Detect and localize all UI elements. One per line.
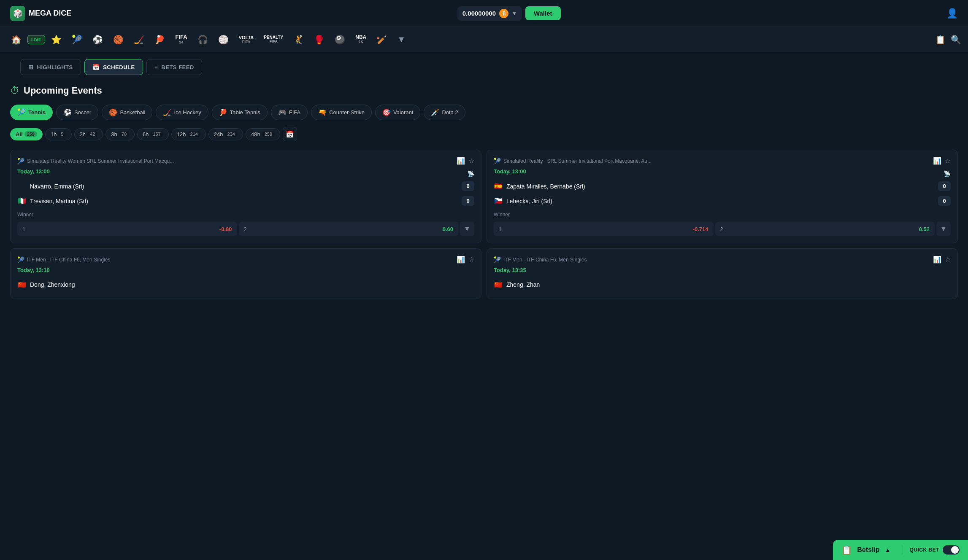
odds-btn-2-1[interactable]: 1 -0.714 xyxy=(494,222,714,236)
sport-filter-basketball[interactable]: 🏀 Basketball xyxy=(102,105,152,120)
betslip-bar[interactable]: 📋 Betslip ▲ QUICK BET xyxy=(833,540,968,560)
odds-val-2-2: 0.52 xyxy=(919,226,930,232)
nav-more[interactable]: ▼ xyxy=(393,31,410,48)
nav-favorites[interactable]: ⭐ xyxy=(47,31,66,48)
nav-nba2k[interactable]: NBA 2K xyxy=(351,31,370,48)
odds-team-1: 1 xyxy=(22,226,25,232)
tab-schedule[interactable]: 📅 SCHEDULE xyxy=(84,59,143,75)
sport-filter-ice-hockey[interactable]: 🏒 Ice Hockey xyxy=(156,105,208,120)
chart-icon-1[interactable]: 📊 xyxy=(457,157,465,165)
time-filter-1h[interactable]: 1h 5 xyxy=(45,128,72,140)
star-icon-4[interactable]: ☆ xyxy=(945,256,951,264)
odds-more-1[interactable]: ▼ xyxy=(460,222,474,236)
event-card-3: 🎾 ITF Men · ITF China F6, Men Singles 📊 … xyxy=(10,248,481,299)
nav-soccer[interactable]: ⚽ xyxy=(88,31,107,48)
team-info-2-1: 🇪🇸 Zapata Miralles, Bernabe (Srl) xyxy=(494,182,585,191)
sport-filter-counter-strike[interactable]: 🔫 Counter-Strike xyxy=(311,105,372,120)
score-2-2: 0 xyxy=(938,196,951,206)
team-info-2-2: 🇨🇿 Lehecka, Jiri (Srl) xyxy=(494,197,552,206)
nav-fifa24[interactable]: FIFA 24 xyxy=(171,31,191,48)
upcoming-icon: ⏱ xyxy=(10,85,19,96)
team-flag-4-1: 🇨🇳 xyxy=(494,280,503,289)
main-content: ⊞ HIGHLIGHTS 📅 SCHEDULE ≡ BETS FEED ⏱ Up… xyxy=(0,52,968,309)
event-league-1: Simulated Reality Women SRL Summer Invit… xyxy=(27,158,174,164)
sport-icon-4: 🎾 xyxy=(494,256,501,263)
time-filter-48h[interactable]: 48h 259 xyxy=(246,128,280,140)
nav-esports[interactable]: 🎧 xyxy=(193,31,212,48)
nav-cricket[interactable]: 🏏 xyxy=(372,31,391,48)
sport-filter-valorant[interactable]: 🎯 Valorant xyxy=(375,105,420,120)
score-2-1: 0 xyxy=(938,181,951,191)
nav-hockey[interactable]: 🏒 xyxy=(130,31,149,48)
team-name-2-1: Zapata Miralles, Bernabe (Srl) xyxy=(506,183,585,190)
team-info-1-2: 🇮🇹 Trevisan, Martina (Srl) xyxy=(17,197,88,206)
odds-btn-1-1[interactable]: 1 -0.80 xyxy=(17,222,237,236)
team-row-1-1: Navarro, Emma (Srl) 0 xyxy=(17,179,474,194)
odds-row-2: 1 -0.714 2 0.52 ▼ xyxy=(494,222,951,236)
user-icon[interactable]: 👤 xyxy=(946,8,958,19)
team-flag-2-1: 🇪🇸 xyxy=(494,182,503,191)
time-filter-3h[interactable]: 3h 70 xyxy=(105,128,135,140)
odds-more-2[interactable]: ▼ xyxy=(936,222,951,236)
betslip-arrow-icon: ▲ xyxy=(885,547,891,553)
score-1-1: 0 xyxy=(462,181,474,191)
star-icon-2[interactable]: ☆ xyxy=(945,157,951,165)
header-center: 0.00000000 ₿ ▼ Wallet xyxy=(457,6,561,21)
odds-btn-2-2[interactable]: 2 0.52 xyxy=(715,222,935,236)
event-card-2: 🎾 Simulated Reality · SRL Summer Invitat… xyxy=(487,150,958,243)
wallet-button[interactable]: Wallet xyxy=(525,6,561,20)
section-title: Upcoming Events xyxy=(24,85,102,96)
nav-tennis[interactable]: 🎾 xyxy=(68,31,87,48)
chart-icon-4[interactable]: 📊 xyxy=(933,256,941,264)
team-row-3-1: 🇨🇳 Dong, Zhenxiong xyxy=(17,277,474,292)
nav-volta[interactable]: VOLTA FIFA xyxy=(235,32,258,48)
live-indicator-1: 📡 xyxy=(467,170,474,177)
event-time-1: Today, 13:00 xyxy=(17,168,50,175)
event-meta-4: 🎾 ITF Men · ITF China F6, Men Singles xyxy=(494,256,587,263)
nav-volleyball[interactable]: 🏐 xyxy=(214,31,233,48)
calendar-button[interactable]: 📅 xyxy=(283,127,297,141)
tab-highlights[interactable]: ⊞ HIGHLIGHTS xyxy=(20,59,81,75)
currency-dropdown[interactable]: ▼ xyxy=(512,11,517,16)
nav-pool[interactable]: 🎱 xyxy=(330,31,349,48)
time-filter-12h[interactable]: 12h 214 xyxy=(171,128,206,140)
betslip-label: Betslip xyxy=(857,546,879,554)
nav-handball[interactable]: 🤾 xyxy=(289,31,308,48)
betslip-nav-icon[interactable]: 📋 xyxy=(935,35,946,45)
nav-penalty[interactable]: PENALTY FIFA xyxy=(260,32,287,47)
tab-bets-feed[interactable]: ≡ BETS FEED xyxy=(146,59,202,75)
tab-schedule-label: SCHEDULE xyxy=(103,64,135,70)
bets-feed-icon: ≡ xyxy=(154,64,158,70)
search-nav-icon[interactable]: 🔍 xyxy=(951,35,961,45)
time-filter-all[interactable]: All 259 xyxy=(10,128,43,140)
quick-bet-toggle[interactable] xyxy=(943,545,960,555)
time-filter-6h[interactable]: 6h 157 xyxy=(137,128,169,140)
logo[interactable]: 🎲 MEGA DICE xyxy=(10,6,71,21)
nav-basketball[interactable]: 🏀 xyxy=(109,31,128,48)
nav-table-tennis[interactable]: 🏓 xyxy=(150,31,169,48)
odds-btn-1-2[interactable]: 2 0.60 xyxy=(239,222,459,236)
event-card-1-header: 🎾 Simulated Reality Women SRL Summer Inv… xyxy=(17,157,474,165)
sport-filter-table-tennis[interactable]: 🏓 Table Tennis xyxy=(212,105,268,120)
nav-home[interactable]: 🏠 xyxy=(7,31,26,48)
nav-boxing[interactable]: 🥊 xyxy=(310,31,329,48)
sport-filter-soccer[interactable]: ⚽ Soccer xyxy=(56,105,98,120)
event-card-3-actions: 📊 ☆ xyxy=(457,256,474,264)
tab-bets-feed-label: BETS FEED xyxy=(161,64,194,70)
odds-val-2-1: -0.714 xyxy=(693,226,708,232)
live-indicator-2: 📡 xyxy=(944,170,951,177)
star-icon-1[interactable]: ☆ xyxy=(468,157,474,165)
sport-filter-fifa[interactable]: 🎮 FIFA xyxy=(271,105,308,120)
event-meta-1: 🎾 Simulated Reality Women SRL Summer Inv… xyxy=(17,158,174,164)
sport-filter-tennis[interactable]: 🎾 Tennis xyxy=(10,105,53,120)
team-row-1-2: 🇮🇹 Trevisan, Martina (Srl) 0 xyxy=(17,194,474,208)
chart-icon-2[interactable]: 📊 xyxy=(933,157,941,165)
chart-icon-3[interactable]: 📊 xyxy=(457,256,465,264)
event-time-2: Today, 13:00 xyxy=(494,168,526,175)
time-filter-24h[interactable]: 24h 234 xyxy=(208,128,243,140)
team-info-3-1: 🇨🇳 Dong, Zhenxiong xyxy=(17,280,75,289)
time-filter-2h[interactable]: 2h 42 xyxy=(74,128,103,140)
nav-live[interactable]: LIVE xyxy=(27,35,45,44)
star-icon-3[interactable]: ☆ xyxy=(468,256,474,264)
sport-filter-dota2[interactable]: 🗡️ Dota 2 xyxy=(424,105,465,120)
